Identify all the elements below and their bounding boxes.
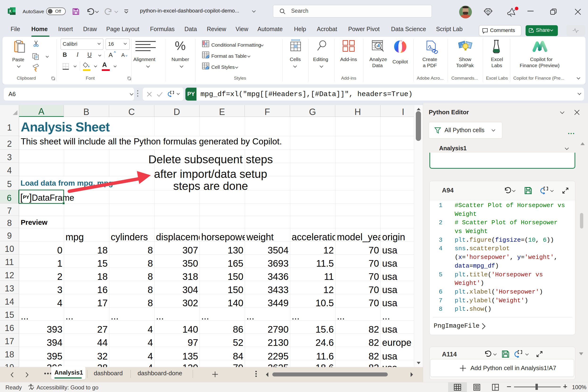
svg-text:X: X: [9, 9, 12, 13]
